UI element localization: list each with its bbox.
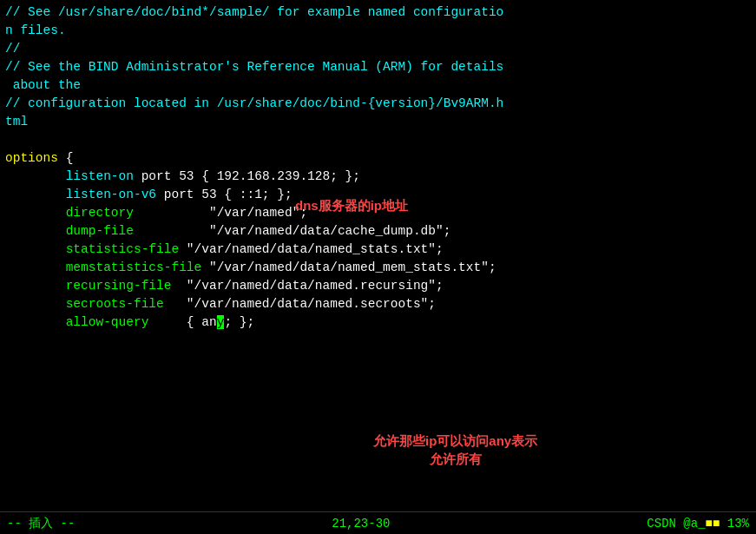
annotation-allow-line1: 允许那些ip可以访问any表示 xyxy=(373,432,537,450)
code-line-2: n files. xyxy=(5,22,751,40)
code-line-6: // configuration located in /usr/share/d… xyxy=(5,95,751,113)
code-line-17: secroots-file "/var/named/data/named.sec… xyxy=(5,295,751,313)
annotation-allow-line2: 允许所有 xyxy=(373,450,537,468)
code-area: // See /usr/share/doc/bind*/sample/ for … xyxy=(5,3,751,332)
source-info: CSDN @a_■■ 13% xyxy=(647,517,749,531)
code-line-7: tml xyxy=(5,113,751,131)
code-line-13: dump-file "/var/named/data/cache_dump.db… xyxy=(5,222,751,241)
annotation-allow-query: 允许那些ip可以访问any表示 允许所有 xyxy=(373,432,537,468)
statusbar: -- 插入 -- 21,23-30 CSDN @a_■■ 13% xyxy=(0,511,756,534)
code-line-9: options { xyxy=(5,149,751,168)
code-line-5: about the xyxy=(5,76,751,95)
code-line-14: statistics-file "/var/named/data/named_s… xyxy=(5,241,751,259)
code-line-1: // See /usr/share/doc/bind*/sample/ for … xyxy=(5,3,751,22)
code-line-4: // See the BIND Administrator's Referenc… xyxy=(5,58,751,76)
code-line-8 xyxy=(5,131,751,149)
code-line-10: listen-on port 53 { 192.168.239.128; }; xyxy=(5,168,751,186)
code-line-3: // xyxy=(5,40,751,58)
annotation-dns-ip: dns服务器的ip地址 xyxy=(295,198,408,214)
code-line-15: memstatistics-file "/var/named/data/name… xyxy=(5,259,751,277)
code-line-18: allow-query { any; }; xyxy=(5,313,751,332)
code-line-16: recursing-file "/var/named/data/named.re… xyxy=(5,277,751,295)
mode-indicator: -- 插入 -- xyxy=(7,516,75,531)
cursor-position: 21,23-30 xyxy=(332,517,390,531)
terminal: // See /usr/share/doc/bind*/sample/ for … xyxy=(0,0,756,534)
